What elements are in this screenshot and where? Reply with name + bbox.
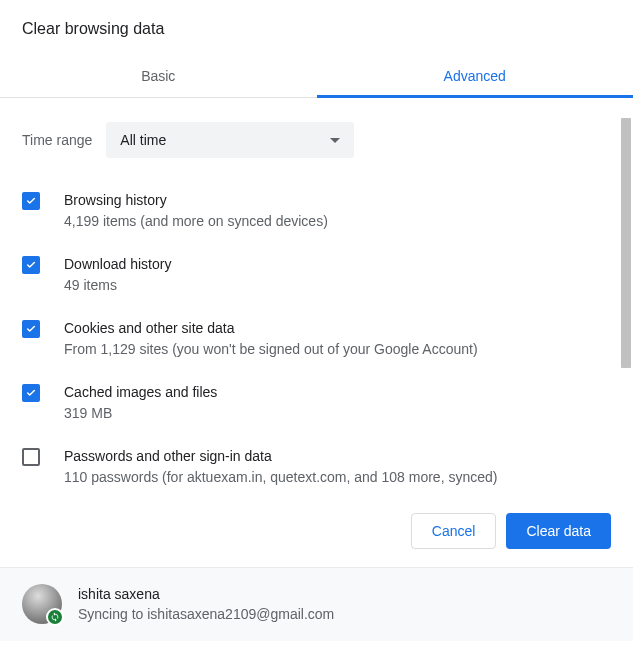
item-subtitle: 319 MB (64, 403, 217, 424)
button-row: Cancel Clear data (0, 513, 633, 567)
clear-data-button[interactable]: Clear data (506, 513, 611, 549)
list-item: Passwords and other sign-in data110 pass… (22, 436, 611, 493)
scrollbar-thumb[interactable] (621, 118, 631, 368)
item-subtitle: 49 items (64, 275, 171, 296)
item-texts: Passwords and other sign-in data110 pass… (64, 446, 497, 488)
list-item: Cookies and other site dataFrom 1,129 si… (22, 308, 611, 372)
item-title: Cached images and files (64, 382, 217, 403)
time-range-value: All time (120, 132, 166, 148)
account-status: Syncing to ishitasaxena2109@gmail.com (78, 604, 334, 624)
item-texts: Download history49 items (64, 254, 171, 296)
sync-badge-icon (46, 608, 64, 626)
account-texts: ishita saxena Syncing to ishitasaxena210… (78, 584, 334, 625)
item-texts: Browsing history4,199 items (and more on… (64, 190, 328, 232)
scroll-area: Time range All time Browsing history4,19… (0, 98, 633, 493)
dialog-title: Clear browsing data (0, 0, 633, 56)
account-name: ishita saxena (78, 584, 334, 604)
checkbox[interactable] (22, 448, 40, 466)
scrollbar[interactable] (619, 118, 633, 483)
account-row: ishita saxena Syncing to ishitasaxena210… (0, 567, 633, 641)
item-texts: Cookies and other site dataFrom 1,129 si… (64, 318, 478, 360)
time-range-row: Time range All time (22, 98, 611, 180)
item-title: Passwords and other sign-in data (64, 446, 497, 467)
cancel-button[interactable]: Cancel (411, 513, 497, 549)
item-texts: Cached images and files319 MB (64, 382, 217, 424)
chevron-down-icon (330, 138, 340, 143)
list-item: Browsing history4,199 items (and more on… (22, 180, 611, 244)
checkbox[interactable] (22, 256, 40, 274)
tab-basic[interactable]: Basic (0, 56, 317, 97)
tab-advanced[interactable]: Advanced (317, 56, 634, 97)
time-range-label: Time range (22, 132, 92, 148)
item-subtitle: 4,199 items (and more on synced devices) (64, 211, 328, 232)
item-title: Download history (64, 254, 171, 275)
checkbox[interactable] (22, 192, 40, 210)
item-subtitle: From 1,129 sites (you won't be signed ou… (64, 339, 478, 360)
time-range-dropdown[interactable]: All time (106, 122, 354, 158)
checkbox[interactable] (22, 384, 40, 402)
avatar (22, 584, 62, 624)
list-item: Download history49 items (22, 244, 611, 308)
checkbox[interactable] (22, 320, 40, 338)
item-title: Browsing history (64, 190, 328, 211)
item-subtitle: 110 passwords (for aktuexam.in, quetext.… (64, 467, 497, 488)
item-title: Cookies and other site data (64, 318, 478, 339)
tab-bar: Basic Advanced (0, 56, 633, 98)
list-item: Cached images and files319 MB (22, 372, 611, 436)
